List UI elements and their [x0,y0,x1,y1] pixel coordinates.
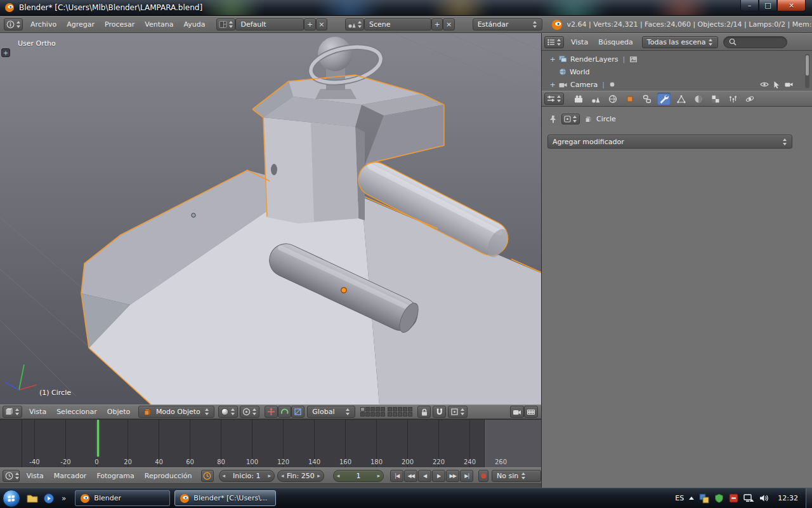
close-button[interactable]: × [777,0,806,11]
tray-language-bar-icon[interactable] [699,493,709,504]
layers-group-2[interactable] [388,407,412,417]
show-desktop-button[interactable] [806,488,812,508]
tab-particles[interactable] [726,93,739,105]
remove-scene-button[interactable]: × [443,18,454,30]
scene-browse-button[interactable] [345,18,364,30]
expand-icon[interactable]: + [549,55,556,64]
add-scene-button[interactable]: + [431,18,443,30]
maximize-button[interactable]: □ [759,0,777,11]
toolshelf-expand-button[interactable]: + [1,48,10,57]
snap-element-select[interactable] [448,406,468,418]
mode-select[interactable]: Modo Objeto [138,406,214,418]
decrement-arrow-icon[interactable]: ◂ [223,472,226,479]
tab-scene[interactable] [589,93,602,105]
id-browse-button[interactable] [561,114,580,124]
outliner-item-camera[interactable]: + Camera | [542,78,812,91]
current-frame-indicator[interactable] [97,420,99,457]
outliner-scrollbar[interactable] [805,54,809,88]
menu-item[interactable]: Ventana [140,20,178,29]
current-frame-field[interactable]: ◂ 1 ▸ [333,470,384,482]
menu-item[interactable]: Vista [566,38,593,46]
increment-arrow-icon[interactable]: ▸ [268,472,271,479]
lock-to-scene-button[interactable] [417,406,431,418]
add-modifier-dropdown[interactable]: Agregar modificador [547,135,792,149]
3d-viewport[interactable]: User Ortho (1) Circle + [0,33,541,404]
increment-arrow-icon[interactable]: ▸ [377,472,381,479]
tray-network-icon[interactable] [743,494,754,503]
menu-item[interactable]: Archivo [25,20,62,29]
autokey-record-button[interactable] [478,470,488,482]
editor-type-button-timeline[interactable] [3,470,20,482]
playback-button[interactable]: ▶▶ [446,470,459,482]
menu-item[interactable]: Agregar [62,20,100,29]
tab-modifiers[interactable] [657,93,671,105]
transform-orientation-select[interactable]: Global [307,406,355,418]
playback-button[interactable]: |◀ [390,470,403,482]
scene-field[interactable]: Scene [364,18,431,30]
cursor-arrow-icon[interactable] [773,81,780,88]
language-indicator[interactable]: ES [675,494,684,502]
tab-render[interactable] [572,93,585,105]
taskbar-clock[interactable]: 12:32 [778,494,798,502]
layers-group-1[interactable] [360,407,385,417]
manipulator-translate-button[interactable] [265,406,278,418]
pivot-point-select[interactable] [240,406,259,418]
tray-ati-icon[interactable] [729,493,738,503]
quicklaunch-icon-1[interactable] [25,491,39,505]
menu-item[interactable]: Vista [22,472,49,480]
menu-item[interactable]: Objeto [102,408,136,416]
editor-type-button-properties[interactable] [544,93,564,105]
viewport-shading-select[interactable] [218,406,238,418]
layers-widget[interactable] [360,407,412,417]
editor-type-button-view3d[interactable] [3,406,22,418]
tab-constraints[interactable] [640,93,653,105]
screen-layout-field[interactable]: Default [235,18,304,30]
menu-item[interactable]: Vista [24,408,51,416]
taskbar-button-blender[interactable]: Blender [75,490,170,506]
playback-button[interactable]: ◀◀ [404,470,417,482]
windows-taskbar[interactable]: » Blender Blender* [C:\Users\... ES [0,488,812,508]
playback-button[interactable]: ▶| [460,470,473,482]
outliner-search-box[interactable] [723,36,787,48]
editor-type-button-outliner[interactable] [544,36,564,48]
av-sync-select[interactable]: No sin [492,470,541,482]
editor-type-button-info[interactable] [4,18,23,30]
menu-item[interactable]: Procesar [100,20,140,29]
hidden-icons-button[interactable] [689,497,694,500]
taskbar-button-blender-active[interactable]: Blender* [C:\Users\... [174,490,276,506]
menu-item[interactable]: Ayuda [178,20,210,29]
menu-item[interactable]: Seleccionar [51,408,102,416]
menu-item[interactable]: Marcador [49,472,92,480]
menu-item[interactable]: Búsqueda [593,38,638,46]
screen-layout-browse-button[interactable] [216,18,235,30]
eye-icon[interactable] [760,81,769,88]
tab-material[interactable] [691,93,705,105]
menu-item[interactable]: Reproducción [140,472,197,480]
playback-button[interactable]: ▶ [432,470,445,482]
manipulator-rotate-button[interactable] [278,406,291,418]
expand-icon[interactable]: + [549,81,556,89]
remove-layout-button[interactable]: × [316,18,327,30]
window-titlebar[interactable]: Blender* [C:\Users\Mlb\Blender\LAMPARA.b… [0,0,812,16]
tab-world[interactable] [606,93,619,105]
outliner-search-input[interactable] [740,38,782,46]
outliner-item-world[interactable]: World [542,65,812,78]
decrement-arrow-icon[interactable]: ◂ [337,472,340,479]
tray-volume-icon[interactable] [759,494,769,502]
minimize-button[interactable]: – [740,0,759,11]
playback-realtime-toggle[interactable] [201,470,214,482]
start-button[interactable] [2,489,21,508]
start-frame-field[interactable]: ◂ Inicio: 1 ▸ [219,470,275,482]
increment-arrow-icon[interactable]: ▸ [317,472,320,479]
render-opengl-button[interactable] [510,406,524,418]
tab-object[interactable] [623,93,636,105]
outliner-item-renderlayers[interactable]: + RenderLayers | [542,53,812,65]
end-frame-field[interactable]: ◂ Fin: 250 ▸ [277,470,324,482]
render-restrict-icon[interactable] [785,81,793,88]
playback-button[interactable]: ◀ [418,470,431,482]
timeline-editor[interactable]: -40-200204060801001201401601802002202402… [0,419,541,467]
tab-object-data[interactable] [674,93,688,105]
quicklaunch-icon-2[interactable] [42,491,56,505]
menu-item[interactable]: Fotograma [91,472,139,480]
tab-physics[interactable] [743,93,756,105]
